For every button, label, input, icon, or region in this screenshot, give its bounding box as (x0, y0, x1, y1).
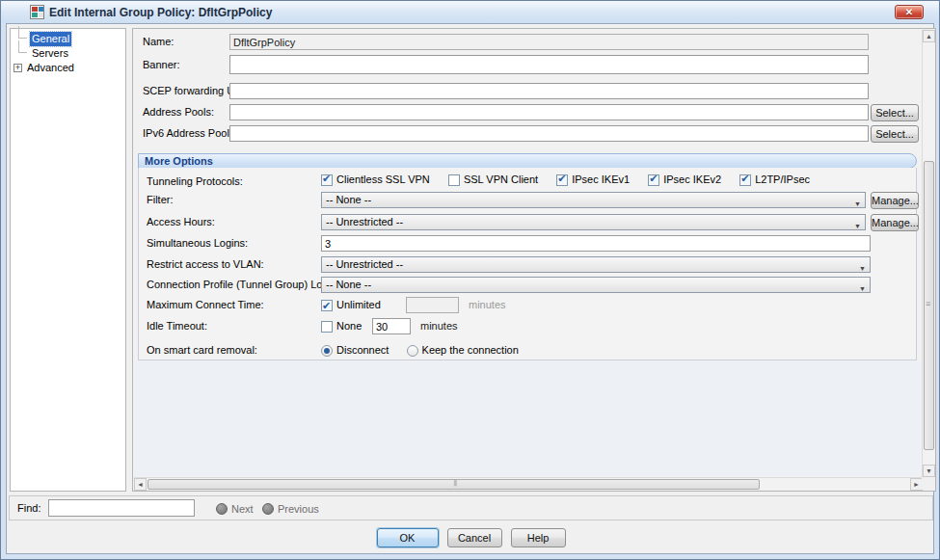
plus-expander-icon[interactable] (13, 64, 22, 72)
more-options-header[interactable]: More Options (138, 153, 917, 169)
max-connect-unlimited-option: Unlimited (321, 297, 381, 314)
name-label: Name: (143, 34, 174, 50)
tree-item-general[interactable]: General (11, 32, 125, 46)
edit-group-policy-dialog: Edit Internal Group Policy: DfltGrpPolic… (0, 0, 940, 560)
tunnel-group-lock-dropdown[interactable]: -- None -- (321, 277, 871, 293)
select-address-pools-button[interactable]: Select... (871, 104, 919, 121)
clientless-ssl-vpn-label: Clientless SSL VPN (336, 173, 430, 185)
access-hours-label: Access Hours: (147, 214, 215, 230)
clientless-ssl-vpn-checkbox[interactable] (321, 174, 333, 186)
access-hours-dropdown[interactable]: -- Unrestricted -- (321, 214, 866, 230)
policy-nav-tree: General Servers Advanced (10, 28, 126, 492)
ipsec-ikev2-checkbox[interactable] (648, 174, 659, 186)
max-connect-minutes-input (406, 297, 459, 313)
manage-filter-button[interactable]: Manage... (871, 192, 919, 209)
help-button[interactable]: Help (511, 528, 566, 547)
disconnect-label: Disconnect (336, 344, 389, 356)
name-input (229, 34, 869, 50)
tunneling-protocols-options: Clientless SSL VPN SSL VPN Client IPsec … (321, 173, 825, 186)
unlimited-label: Unlimited (336, 299, 381, 310)
address-pools-label: Address Pools: (143, 104, 214, 120)
smart-card-options: Disconnect Keep the connection (321, 342, 519, 360)
more-options-title: More Options (145, 155, 213, 167)
vertical-scrollbar[interactable]: ▲ ▼ (922, 30, 934, 477)
scroll-left-arrow-icon[interactable]: ◄ (134, 478, 147, 491)
find-input[interactable] (48, 499, 195, 517)
unlimited-checkbox[interactable] (321, 300, 333, 311)
ipv6-address-pools-label: IPv6 Address Pools: (143, 125, 237, 142)
circle-previous-icon (262, 503, 274, 515)
find-bar: Find: Next Previous (9, 495, 933, 520)
tunneling-protocols-label: Tunneling Protocols: (147, 173, 243, 190)
tunnel-group-lock-label: Connection Profile (Tunnel Group) Lock: (147, 277, 336, 293)
find-label: Find: (17, 502, 40, 514)
ipsec-ikev1-checkbox[interactable] (556, 174, 568, 186)
restrict-vlan-label: Restrict access to VLAN: (147, 256, 264, 273)
address-pools-input[interactable] (229, 104, 869, 120)
manage-access-hours-button[interactable]: Manage... (871, 214, 919, 231)
dialog-client-area: General Servers Advanced Name: Banner: S… (6, 23, 934, 554)
idle-none-checkbox[interactable] (321, 321, 333, 333)
l2tp-ipsec-checkbox[interactable] (739, 174, 751, 186)
find-previous-button[interactable]: Previous (262, 500, 319, 518)
ipsec-ikev1-label: IPsec IKEv1 (572, 173, 630, 185)
restrict-vlan-dropdown[interactable]: -- Unrestricted -- (321, 256, 871, 273)
max-connect-time-label: Maximum Connect Time: (147, 297, 264, 313)
find-next-button[interactable]: Next (216, 500, 254, 518)
simultaneous-logins-input[interactable] (321, 235, 871, 252)
keep-connection-radio[interactable] (407, 345, 418, 357)
close-x-icon[interactable] (895, 5, 924, 19)
dialog-footer: OK Cancel Help (7, 528, 935, 549)
idle-timeout-minutes-input[interactable] (372, 318, 411, 334)
l2tp-ipsec-label: L2TP/IPsec (755, 173, 810, 185)
select-ipv6-address-pools-button[interactable]: Select... (871, 125, 919, 143)
horizontal-scroll-thumb[interactable] (148, 479, 760, 490)
general-settings-panel: Name: Banner: SCEP forwarding URL: Addre… (132, 28, 936, 492)
title-bar: Edit Internal Group Policy: DfltGrpPolic… (1, 1, 939, 23)
max-connect-unit-label: minutes (469, 297, 506, 313)
idle-none-label: None (336, 320, 362, 332)
ok-button[interactable]: OK (377, 528, 439, 547)
tree-guide-line (18, 40, 27, 53)
banner-label: Banner: (143, 57, 180, 73)
keep-connection-label: Keep the connection (422, 344, 519, 356)
simultaneous-logins-label: Simultaneous Logins: (147, 235, 248, 252)
ssl-vpn-client-label: SSL VPN Client (464, 173, 538, 185)
disconnect-radio[interactable] (321, 345, 333, 357)
tree-item-servers[interactable]: Servers (11, 46, 125, 61)
group-policy-grid-icon (30, 5, 44, 19)
scrollbar-corner (922, 477, 934, 490)
vertical-scroll-thumb[interactable] (924, 161, 934, 450)
scroll-down-arrow-icon[interactable]: ▼ (923, 465, 935, 477)
banner-input[interactable] (229, 55, 869, 74)
ipsec-ikev2-label: IPsec IKEv2 (663, 173, 721, 185)
ipv6-address-pools-input[interactable] (229, 125, 869, 142)
tree-item-advanced[interactable]: Advanced (11, 61, 125, 75)
filter-label: Filter: (147, 192, 174, 208)
circle-next-icon (216, 503, 228, 515)
dialog-title: Edit Internal Group Policy: DfltGrpPolic… (49, 6, 272, 19)
scep-forwarding-url-input[interactable] (229, 83, 869, 99)
idle-timeout-unit-label: minutes (420, 318, 458, 334)
tree-guide-line (18, 26, 27, 39)
panel-empty-area (134, 361, 921, 476)
cancel-button[interactable]: Cancel (447, 528, 502, 547)
idle-timeout-none-option: None (321, 318, 362, 335)
scroll-up-arrow-icon[interactable]: ▲ (923, 30, 935, 42)
idle-timeout-label: Idle Timeout: (147, 318, 207, 334)
smart-card-removal-label: On smart card removal: (147, 342, 257, 359)
horizontal-scrollbar[interactable]: ◄ ► (134, 477, 923, 490)
filter-dropdown[interactable]: -- None -- (321, 192, 866, 208)
ssl-vpn-client-checkbox[interactable] (448, 174, 460, 186)
